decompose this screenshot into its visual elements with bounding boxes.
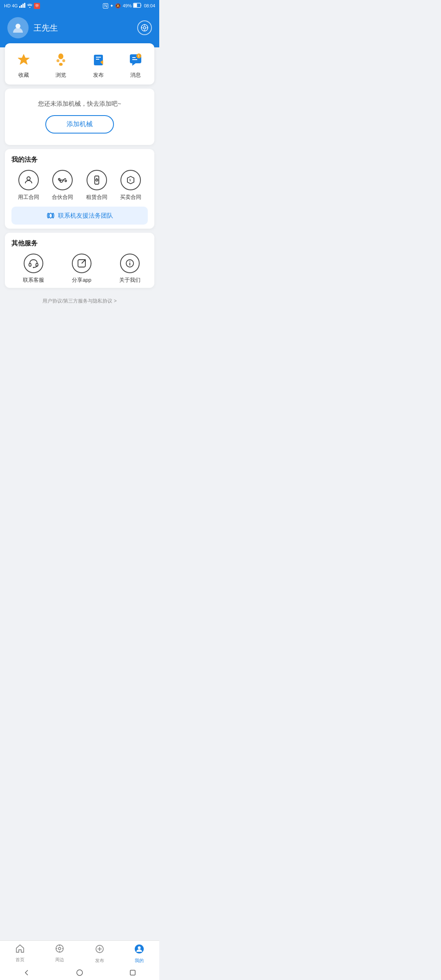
- svg-text:!: !: [138, 54, 139, 58]
- bluetooth-icon: ✦: [110, 3, 114, 9]
- contact-legal-banner[interactable]: 联系机友援法务团队: [11, 207, 148, 225]
- employment-contract[interactable]: 用工合同: [11, 170, 46, 201]
- svg-point-8: [143, 27, 146, 29]
- svg-rect-2: [22, 4, 24, 8]
- svg-point-28: [58, 178, 60, 180]
- svg-point-33: [49, 213, 52, 218]
- share-label: 分享app: [72, 276, 91, 284]
- quick-item-collect[interactable]: 收藏: [15, 51, 33, 79]
- trade-label: 买卖合同: [120, 194, 141, 201]
- browse-icon: [52, 51, 70, 69]
- message-icon: !: [127, 51, 145, 69]
- mute-icon: 🔕: [115, 3, 121, 9]
- machine-section: 您还未添加机械，快去添加吧~ 添加机械: [5, 89, 154, 145]
- svg-point-27: [27, 177, 30, 180]
- svg-rect-5: [134, 4, 137, 7]
- message-label: 消息: [130, 71, 141, 79]
- wifi-icon: [27, 3, 33, 9]
- other-grid: 联系客服 分享app: [11, 254, 148, 284]
- publish-label: 发布: [93, 71, 104, 79]
- about-us[interactable]: 关于我们: [112, 254, 148, 284]
- svg-point-31: [96, 179, 98, 181]
- time: 08:04: [144, 3, 155, 8]
- battery-text: 49%: [122, 3, 131, 8]
- header: 王先生: [0, 11, 159, 47]
- partnership-icon: [52, 170, 73, 190]
- svg-text:¥: ¥: [129, 178, 131, 182]
- info-icon: [120, 254, 140, 273]
- machine-hint: 您还未添加机械，快去添加吧~: [38, 100, 121, 108]
- share-app[interactable]: 分享app: [64, 254, 100, 284]
- quick-menu: 收藏 浏览 发布: [5, 43, 154, 85]
- publish-icon: [89, 51, 107, 69]
- customer-service[interactable]: 联系客服: [16, 254, 51, 284]
- rental-contract[interactable]: 租赁合同: [80, 170, 114, 201]
- svg-rect-3: [24, 3, 25, 8]
- username: 王先生: [33, 22, 58, 33]
- quick-item-browse[interactable]: 浏览: [52, 51, 70, 79]
- svg-point-36: [33, 267, 34, 268]
- status-hd: HD: [4, 3, 11, 8]
- quick-item-publish[interactable]: 发布: [89, 51, 107, 79]
- svg-rect-0: [19, 6, 20, 8]
- other-title: 其他服务: [11, 239, 148, 248]
- legal-title: 我的法务: [11, 156, 148, 164]
- share-icon: [72, 254, 91, 273]
- status-left: HD 4G 华: [4, 3, 40, 9]
- partnership-label: 合伙合同: [52, 194, 73, 201]
- svg-point-29: [65, 180, 67, 182]
- legal-section: 我的法务 用工合同: [5, 149, 154, 229]
- svg-line-38: [82, 260, 85, 263]
- header-left: 王先生: [7, 17, 58, 38]
- svg-point-15: [57, 59, 60, 62]
- status-4g: 4G: [12, 3, 18, 8]
- headset-icon: [24, 254, 43, 273]
- employment-icon: [18, 170, 39, 190]
- customer-label: 联系客服: [23, 276, 44, 284]
- svg-rect-30: [95, 176, 99, 184]
- legal-grid: 用工合同 合伙合同: [11, 170, 148, 201]
- collect-label: 收藏: [18, 71, 29, 79]
- rental-icon: [87, 170, 107, 190]
- contact-legal-text: 联系机友援法务团队: [58, 212, 113, 220]
- status-bar: HD 4G 华 N ✦ 🔕 49%: [0, 0, 159, 11]
- svg-point-14: [58, 53, 63, 59]
- svg-point-41: [129, 261, 130, 262]
- svg-rect-34: [29, 263, 31, 266]
- status-right: N ✦ 🔕 49% 08:04: [103, 3, 155, 9]
- privacy-link[interactable]: 用户协议/第三方服务与隐私协议 >: [0, 292, 159, 308]
- avatar[interactable]: [7, 17, 29, 38]
- add-machine-button[interactable]: 添加机械: [45, 115, 114, 134]
- svg-rect-1: [21, 5, 22, 8]
- collect-icon: [15, 51, 33, 69]
- svg-rect-18: [94, 55, 103, 65]
- quick-item-message[interactable]: ! 消息: [127, 51, 145, 79]
- rental-label: 租赁合同: [86, 194, 107, 201]
- battery-icon: [133, 3, 142, 9]
- other-section: 其他服务 联系客服: [5, 233, 154, 288]
- partnership-contract[interactable]: 合伙合同: [46, 170, 80, 201]
- signal-icon: [19, 3, 26, 9]
- trade-contract[interactable]: ¥ 买卖合同: [114, 170, 148, 201]
- scroll-area: 收藏 浏览 发布: [0, 43, 159, 349]
- svg-point-16: [62, 59, 65, 62]
- svg-marker-13: [18, 54, 29, 65]
- employment-label: 用工合同: [18, 194, 39, 201]
- huawei-icon: 华: [34, 3, 40, 9]
- settings-button[interactable]: [137, 20, 152, 35]
- svg-point-17: [59, 63, 63, 66]
- about-label: 关于我们: [119, 276, 140, 284]
- browse-label: 浏览: [56, 71, 66, 79]
- trade-icon: ¥: [120, 170, 141, 190]
- nfc-icon: N: [103, 3, 108, 9]
